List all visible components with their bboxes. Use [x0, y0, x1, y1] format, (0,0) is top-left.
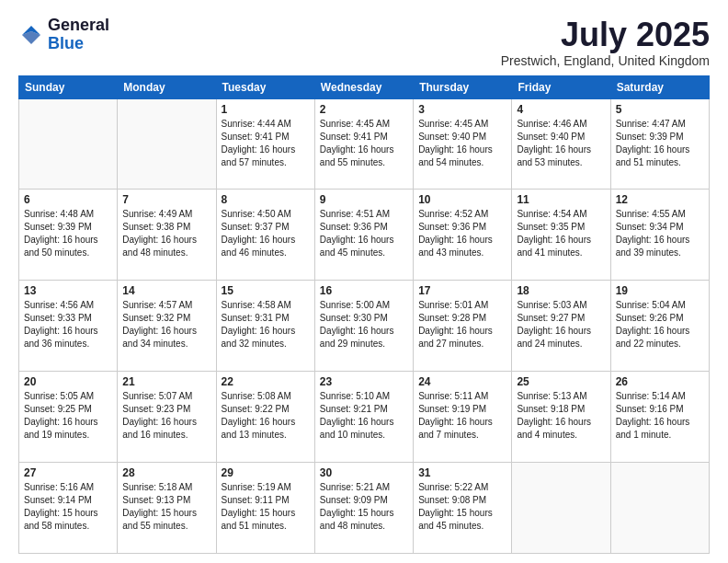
day-cell: 8Sunrise: 4:50 AM Sunset: 9:37 PM Daylig…: [216, 190, 314, 281]
day-number: 31: [418, 466, 506, 479]
day-number: 6: [24, 193, 112, 206]
day-number: 13: [24, 284, 112, 297]
day-number: 20: [24, 375, 112, 388]
day-info: Sunrise: 5:16 AM Sunset: 9:14 PM Dayligh…: [24, 481, 112, 533]
day-cell: 10Sunrise: 4:52 AM Sunset: 9:36 PM Dayli…: [414, 190, 512, 281]
day-number: 30: [320, 466, 408, 479]
day-cell: 29Sunrise: 5:19 AM Sunset: 9:11 PM Dayli…: [216, 463, 314, 554]
location: Prestwich, England, United Kingdom: [501, 53, 710, 68]
day-info: Sunrise: 5:22 AM Sunset: 9:08 PM Dayligh…: [418, 481, 506, 533]
day-number: 15: [222, 284, 310, 297]
logo-text: General Blue: [48, 17, 109, 53]
day-cell: 9Sunrise: 4:51 AM Sunset: 9:36 PM Daylig…: [314, 190, 413, 281]
day-number: 27: [24, 466, 112, 479]
day-info: Sunrise: 4:54 AM Sunset: 9:35 PM Dayligh…: [517, 208, 605, 259]
day-info: Sunrise: 4:47 AM Sunset: 9:39 PM Dayligh…: [616, 118, 704, 169]
day-cell: 30Sunrise: 5:21 AM Sunset: 9:09 PM Dayli…: [314, 463, 413, 554]
weekday-header-tuesday: Tuesday: [216, 75, 314, 98]
day-cell: 17Sunrise: 5:01 AM Sunset: 9:28 PM Dayli…: [414, 281, 512, 372]
day-number: 28: [122, 466, 210, 479]
weekday-header-saturday: Saturday: [610, 75, 709, 98]
logo-icon: [18, 22, 44, 48]
day-cell: 25Sunrise: 5:13 AM Sunset: 9:18 PM Dayli…: [512, 372, 610, 463]
day-info: Sunrise: 4:48 AM Sunset: 9:39 PM Dayligh…: [24, 208, 112, 259]
day-number: 14: [122, 284, 210, 297]
logo-blue: Blue: [48, 35, 109, 53]
day-cell: [118, 98, 216, 190]
day-info: Sunrise: 5:14 AM Sunset: 9:16 PM Dayligh…: [616, 390, 704, 442]
weekday-header-thursday: Thursday: [414, 75, 512, 98]
logo-general: General: [48, 17, 109, 35]
day-info: Sunrise: 5:13 AM Sunset: 9:18 PM Dayligh…: [517, 390, 605, 442]
day-info: Sunrise: 4:49 AM Sunset: 9:38 PM Dayligh…: [122, 208, 210, 259]
day-info: Sunrise: 4:55 AM Sunset: 9:34 PM Dayligh…: [616, 208, 704, 259]
day-number: 16: [320, 284, 408, 297]
day-info: Sunrise: 4:52 AM Sunset: 9:36 PM Dayligh…: [418, 208, 506, 259]
day-cell: 2Sunrise: 4:45 AM Sunset: 9:41 PM Daylig…: [314, 98, 413, 190]
day-cell: 13Sunrise: 4:56 AM Sunset: 9:33 PM Dayli…: [19, 281, 118, 372]
day-number: 4: [517, 103, 605, 116]
day-info: Sunrise: 5:07 AM Sunset: 9:23 PM Dayligh…: [122, 390, 210, 442]
day-number: 11: [517, 193, 605, 206]
day-info: Sunrise: 4:57 AM Sunset: 9:32 PM Dayligh…: [122, 299, 210, 350]
day-number: 17: [418, 284, 506, 297]
day-cell: 21Sunrise: 5:07 AM Sunset: 9:23 PM Dayli…: [118, 372, 216, 463]
day-info: Sunrise: 4:44 AM Sunset: 9:41 PM Dayligh…: [222, 118, 310, 169]
day-info: Sunrise: 5:08 AM Sunset: 9:22 PM Dayligh…: [222, 390, 310, 442]
day-number: 7: [122, 193, 210, 206]
day-cell: 7Sunrise: 4:49 AM Sunset: 9:38 PM Daylig…: [118, 190, 216, 281]
day-cell: 4Sunrise: 4:46 AM Sunset: 9:40 PM Daylig…: [512, 98, 610, 190]
weekday-header-sunday: Sunday: [19, 75, 118, 98]
day-number: 10: [418, 193, 506, 206]
day-cell: 5Sunrise: 4:47 AM Sunset: 9:39 PM Daylig…: [610, 98, 709, 190]
day-info: Sunrise: 4:50 AM Sunset: 9:37 PM Dayligh…: [222, 208, 310, 259]
day-cell: 20Sunrise: 5:05 AM Sunset: 9:25 PM Dayli…: [19, 372, 118, 463]
title-section: July 2025 Prestwich, England, United Kin…: [501, 17, 710, 68]
day-info: Sunrise: 5:03 AM Sunset: 9:27 PM Dayligh…: [517, 299, 605, 350]
day-cell: 11Sunrise: 4:54 AM Sunset: 9:35 PM Dayli…: [512, 190, 610, 281]
month-title: July 2025: [501, 17, 710, 53]
day-cell: 28Sunrise: 5:18 AM Sunset: 9:13 PM Dayli…: [118, 463, 216, 554]
page: General Blue July 2025 Prestwich, Englan…: [0, 0, 728, 563]
day-cell: 23Sunrise: 5:10 AM Sunset: 9:21 PM Dayli…: [314, 372, 413, 463]
day-number: 25: [517, 375, 605, 388]
day-cell: 14Sunrise: 4:57 AM Sunset: 9:32 PM Dayli…: [118, 281, 216, 372]
week-row-1: 1Sunrise: 4:44 AM Sunset: 9:41 PM Daylig…: [19, 98, 710, 190]
week-row-5: 27Sunrise: 5:16 AM Sunset: 9:14 PM Dayli…: [19, 463, 710, 554]
weekday-header-monday: Monday: [118, 75, 216, 98]
day-cell: 19Sunrise: 5:04 AM Sunset: 9:26 PM Dayli…: [610, 281, 709, 372]
day-cell: 31Sunrise: 5:22 AM Sunset: 9:08 PM Dayli…: [414, 463, 512, 554]
weekday-header-wednesday: Wednesday: [314, 75, 413, 98]
day-info: Sunrise: 4:51 AM Sunset: 9:36 PM Dayligh…: [320, 208, 408, 259]
day-info: Sunrise: 5:10 AM Sunset: 9:21 PM Dayligh…: [320, 390, 408, 442]
calendar-table: SundayMondayTuesdayWednesdayThursdayFrid…: [18, 75, 710, 554]
day-number: 29: [222, 466, 310, 479]
day-info: Sunrise: 4:45 AM Sunset: 9:41 PM Dayligh…: [320, 118, 408, 169]
day-cell: 22Sunrise: 5:08 AM Sunset: 9:22 PM Dayli…: [216, 372, 314, 463]
day-number: 24: [418, 375, 506, 388]
day-cell: [19, 98, 118, 190]
day-info: Sunrise: 5:21 AM Sunset: 9:09 PM Dayligh…: [320, 481, 408, 533]
day-info: Sunrise: 4:46 AM Sunset: 9:40 PM Dayligh…: [517, 118, 605, 169]
day-cell: 3Sunrise: 4:45 AM Sunset: 9:40 PM Daylig…: [414, 98, 512, 190]
week-row-3: 13Sunrise: 4:56 AM Sunset: 9:33 PM Dayli…: [19, 281, 710, 372]
day-info: Sunrise: 5:05 AM Sunset: 9:25 PM Dayligh…: [24, 390, 112, 442]
day-number: 1: [222, 103, 310, 116]
day-cell: [512, 463, 610, 554]
day-cell: [610, 463, 709, 554]
week-row-2: 6Sunrise: 4:48 AM Sunset: 9:39 PM Daylig…: [19, 190, 710, 281]
day-cell: 18Sunrise: 5:03 AM Sunset: 9:27 PM Dayli…: [512, 281, 610, 372]
day-number: 8: [222, 193, 310, 206]
header: General Blue July 2025 Prestwich, Englan…: [18, 17, 710, 68]
day-number: 3: [418, 103, 506, 116]
day-number: 26: [616, 375, 704, 388]
day-info: Sunrise: 5:11 AM Sunset: 9:19 PM Dayligh…: [418, 390, 506, 442]
day-number: 23: [320, 375, 408, 388]
day-info: Sunrise: 4:56 AM Sunset: 9:33 PM Dayligh…: [24, 299, 112, 350]
day-cell: 24Sunrise: 5:11 AM Sunset: 9:19 PM Dayli…: [414, 372, 512, 463]
day-cell: 27Sunrise: 5:16 AM Sunset: 9:14 PM Dayli…: [19, 463, 118, 554]
day-cell: 12Sunrise: 4:55 AM Sunset: 9:34 PM Dayli…: [610, 190, 709, 281]
logo: General Blue: [18, 17, 109, 53]
weekday-header-row: SundayMondayTuesdayWednesdayThursdayFrid…: [19, 75, 710, 98]
week-row-4: 20Sunrise: 5:05 AM Sunset: 9:25 PM Dayli…: [19, 372, 710, 463]
